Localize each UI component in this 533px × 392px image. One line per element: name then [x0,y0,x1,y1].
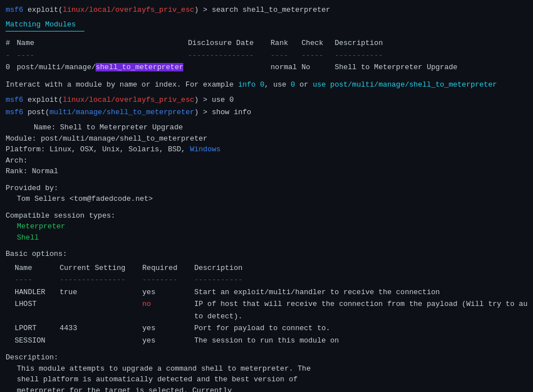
terminal-container: msf6 exploit(linux/local/overlayfs_priv_… [6,4,527,392]
row-rank: normal [270,61,301,74]
row-desc: Shell to Meterpreter Upgrade [335,61,462,74]
basic-options-label: Basic options: [6,249,527,260]
interact-text-2: , use [264,80,291,89]
info-module-row: Module: post/multi/manage/shell_to_meter… [6,133,527,145]
prompt-suffix-2: ) > use 0 [195,96,234,104]
opt-sep-required: -------- [142,274,194,286]
exploit-arg-2: linux/local/overlayfs_priv_esc [62,96,194,104]
options-sep-row: ---- --------------- -------- ----------… [15,274,532,286]
msf-label-2: msf6 [6,96,23,104]
info-platform-val-normal: Linux, OSX, Unix, Solaris, BSD, [49,145,186,154]
opt-lhost-cont-required [142,310,194,323]
module-info-block: Name: Shell to Meterpreter Upgrade Modul… [6,122,527,177]
info-platform-row: Platform: Linux, OSX, Unix, Solaris, BSD… [6,144,527,155]
info-platform-val-blue: Windows [186,145,220,154]
prompt-suffix-3: ) > show info [195,108,251,116]
matching-modules-section: Matching Modules [6,19,527,32]
table-row: 0 post/multi/manage/shell_to_meterpreter… [6,61,462,74]
col-description: Description [335,37,462,49]
info-platform-label: Platform: [6,145,49,154]
info-rank-label: Rank: [6,167,32,175]
session-types-section: Compatible session types: Meterpreter Sh… [6,210,527,244]
table-separator-row: - ---- --------------- ---- ----- ------… [6,49,462,62]
opt-lhost-name: LHOST [15,298,60,310]
opt-session-required: yes [142,335,194,347]
row-name: post/multi/manage/shell_to_meterpreter [17,61,188,74]
opt-lport-name: LPORT [15,322,60,335]
info-module-label: Module: [6,134,40,143]
sep-hash: - [6,49,17,62]
row-disclosure [188,61,270,74]
opt-lport-required: yes [142,322,194,335]
opt-sep-current: --------------- [60,274,142,286]
description-section: Description: This module attempts to upg… [6,352,527,392]
opt-row-handler: HANDLER true yes Start an exploit/multi/… [15,286,532,299]
opt-lhost-desc: IP of host that will receive the connect… [194,298,532,310]
session-types-label: Compatible session types: [6,210,527,222]
opt-col-current: Current Setting [60,262,142,274]
prompt-post-3: post( [28,108,49,116]
prompt-exploit-2: exploit( [28,96,62,104]
prompt-line-3: msf6 post(multi/manage/shell_to_meterpre… [6,107,527,118]
interact-text-1: Interact with a module by name or index.… [6,80,238,89]
opt-handler-current: true [60,286,142,299]
sep-disclosure: --------------- [188,49,270,62]
session-type-shell: Shell [6,232,527,244]
options-header-row: Name Current Setting Required Descriptio… [15,262,532,274]
exploit-arg-1: linux/local/overlayfs_priv_esc [62,6,194,14]
opt-handler-name: HANDLER [15,286,60,299]
prompt-exploit-1: exploit( [28,6,62,14]
provided-by-section: Provided by: Tom Sellers <tom@fadedcode.… [6,183,527,205]
opt-session-current [60,335,142,347]
info-arch-row: Arch: [6,155,527,166]
opt-sep-desc: ----------- [194,274,532,286]
opt-lhost-required: no [142,298,194,310]
description-line-1: This module attempts to upgrade a comman… [6,363,527,375]
opt-session-desc: The session to run this module on [194,335,532,347]
sep-rank: ---- [270,49,301,62]
msf-label-3: msf6 [6,108,23,116]
description-label: Description: [6,352,527,363]
table-header-row: # Name Disclosure Date Rank Check Descri… [6,37,462,49]
matching-modules-title: Matching Modules [6,19,527,30]
msf-label-1: msf6 [6,6,23,14]
opt-lport-desc: Port for payload to connect to. [194,322,532,335]
description-line-2: shell platform is automatically detected… [6,374,527,385]
sep-check: ----- [301,49,335,62]
info-rank-val: Normal [32,167,58,175]
module-name-highlight: shell_to_meterpreter [96,63,183,71]
opt-lhost-cont-name [15,310,60,323]
info-rank-row: Rank: Normal [6,166,527,177]
opt-handler-required: yes [142,286,194,299]
post-arg-3: multi/manage/shell_to_meterpreter [49,108,194,116]
opt-lhost-current [60,298,142,310]
sep-name: ---- [17,49,188,62]
sep-description: ----------- [335,49,462,62]
opt-session-name: SESSION [15,335,60,347]
opt-handler-desc: Start an exploit/multi/handler to receiv… [194,286,532,299]
provided-by-author: Tom Sellers <tom@fadedcode.net> [6,193,527,205]
col-disclosure: Disclosure Date [188,37,270,49]
prompt-line-2: msf6 exploit(linux/local/overlayfs_priv_… [6,94,527,106]
opt-lport-current: 4433 [60,322,142,335]
provided-by-label: Provided by: [6,183,527,194]
col-name: Name [17,37,188,49]
interact-text-3: or [295,80,313,89]
col-rank: Rank [270,37,301,49]
basic-options-table: Name Current Setting Required Descriptio… [15,262,532,347]
info-name-val: Shell to Meterpreter Upgrade [60,123,183,132]
opt-col-required: Required [142,262,194,274]
info-module-val: post/multi/manage/shell_to_meterpreter [40,134,207,143]
interact-hint: Interact with a module by name or index.… [6,79,527,91]
info-name-row: Name: Shell to Meterpreter Upgrade [6,122,527,133]
row-index: 0 [6,61,17,74]
prompt-line-1: msf6 exploit(linux/local/overlayfs_priv_… [6,4,527,16]
opt-lhost-cont-desc: to detect). [194,310,532,323]
opt-row-lport: LPORT 4433 yes Port for payload to conne… [15,322,532,335]
col-hash: # [6,37,17,49]
opt-row-lhost-cont: to detect). [15,310,532,323]
opt-lhost-cont-current [60,310,142,323]
opt-sep-name: ---- [15,274,60,286]
interact-use-link: 0 [291,80,295,89]
prompt-suffix-1: ) > search shell_to_meterpreter [195,6,331,14]
